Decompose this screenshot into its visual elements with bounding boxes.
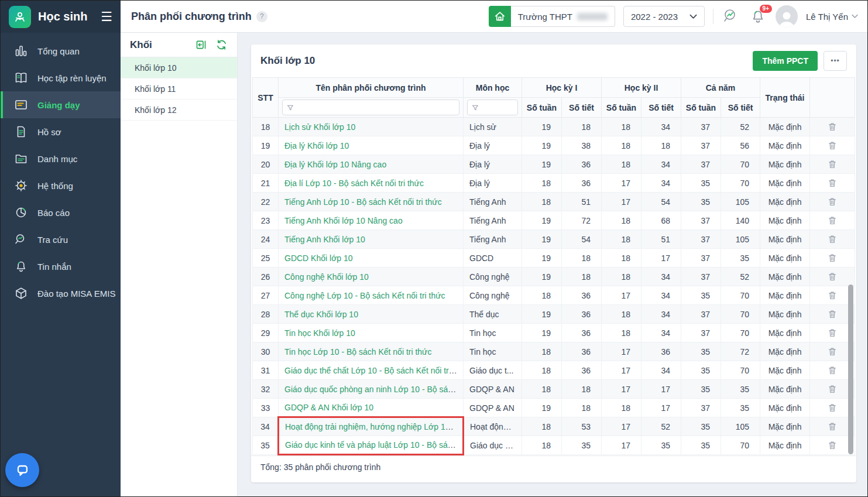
ppct-name-link[interactable]: Tiếng Anh Khối lớp 10 [284, 235, 365, 244]
sidebar-item[interactable]: Đào tạo MISA EMIS [1, 280, 121, 307]
table-row: 31 Giáo dục thể chất Lớp 10 - Bộ sách Kế… [253, 361, 855, 380]
row-year-periods: 105 [721, 230, 760, 249]
help-icon[interactable]: ? [256, 11, 267, 22]
ppct-name-link[interactable]: Thể dục Khối lớp 10 [284, 310, 358, 319]
trash-icon[interactable] [828, 215, 837, 225]
trash-icon[interactable] [828, 234, 837, 244]
ppct-name-link[interactable]: Hoạt động trải nghiệm, hướng nghiệp Lớp … [285, 422, 464, 431]
trash-icon[interactable] [828, 403, 837, 413]
row-sem2-weeks: 17 [602, 174, 641, 193]
row-status: Mặc định [760, 174, 810, 193]
school-selector[interactable]: Trường THPT [489, 6, 615, 27]
ppct-name-link[interactable]: GDQP & AN Khối lớp 10 [284, 403, 373, 412]
row-name-cell: Tiếng Anh Lớp 10 - Bộ sách Kết nối tri t… [279, 193, 464, 211]
ppct-name-link[interactable]: Giáo dục thể chất Lớp 10 - Bộ sách Kết n… [284, 366, 462, 375]
row-name-cell: Địa lí Lớp 10 - Bộ sách Kết nối tri thức [279, 174, 464, 193]
report-search-button[interactable] [722, 7, 740, 26]
khoi-list-item[interactable]: Khối lớp 11 [121, 78, 237, 100]
row-stt: 29 [253, 324, 279, 342]
row-sem1-weeks: 19 [522, 268, 562, 286]
ppct-name-link[interactable]: Công nghệ Khối lớp 10 [284, 272, 369, 282]
subcol-periods-2: Số tiết [641, 98, 681, 118]
trash-icon[interactable] [828, 421, 837, 431]
sidebar-item[interactable]: Tra cứu [1, 226, 121, 253]
row-year-periods: 52 [721, 118, 760, 136]
ppct-name-link[interactable]: Tin học Khối lớp 10 [284, 328, 355, 338]
row-sem1-periods: 18 [562, 249, 602, 268]
name-filter-input[interactable] [283, 100, 459, 115]
row-sem2-weeks: 18 [602, 305, 641, 324]
row-year-periods: 70 [721, 286, 760, 305]
row-name-cell: Tiếng Anh Khối lớp 10 [279, 230, 464, 249]
ppct-name-link[interactable]: Công nghệ Lớp 10 - Bộ sách Kết nối tri t… [284, 291, 445, 300]
table-row: 26 Công nghệ Khối lớp 10 Công nghệ 19 18… [253, 268, 855, 286]
trash-icon[interactable] [828, 140, 837, 150]
row-sem1-weeks: 18 [522, 193, 562, 211]
trash-icon[interactable] [828, 309, 837, 319]
khoi-list-item[interactable]: Khối lớp 12 [121, 100, 237, 121]
trash-icon[interactable] [828, 347, 837, 357]
notifications-button[interactable]: 9+ [749, 7, 767, 26]
row-subject: GDQP & AN [464, 380, 522, 399]
trash-icon[interactable] [828, 328, 837, 338]
row-sem2-periods: 34 [641, 155, 681, 174]
row-year-periods: 105 [721, 417, 760, 436]
ppct-name-link[interactable]: Địa lý Khối lớp 10 [284, 141, 349, 150]
chat-bubble-button[interactable] [5, 453, 39, 487]
avatar[interactable] [776, 5, 798, 28]
subcol-weeks-1: Số tuần [522, 98, 562, 118]
sidebar-item[interactable]: Tin nhắn [1, 253, 121, 280]
trash-icon[interactable] [828, 384, 837, 394]
ppct-name-link[interactable]: Tin học Lớp 10 - Bộ sách Kết nối tri thứ… [284, 347, 432, 357]
ppct-name-link[interactable]: Địa lý Khối lớp 10 Nâng cao [284, 160, 386, 169]
ppct-name-link[interactable]: Giáo dục quốc phòng an ninh Lớp 10 - Bộ … [284, 385, 464, 394]
ppct-name-link[interactable]: Lịch sử Khối lớp 10 [284, 122, 355, 132]
bell-icon [13, 259, 29, 274]
trash-icon[interactable] [828, 440, 837, 450]
sidebar-item[interactable]: Hệ thống [1, 172, 121, 199]
row-stt: 35 [253, 436, 279, 455]
row-sem1-periods: 36 [562, 155, 602, 174]
sidebar-item[interactable]: Tổng quan [1, 37, 121, 64]
row-sem2-weeks: 17 [602, 361, 641, 380]
trash-icon[interactable] [828, 253, 837, 263]
ppct-name-link[interactable]: Tiếng Anh Khối lớp 10 Nâng cao [284, 216, 403, 225]
row-sem2-weeks: 18 [602, 118, 641, 136]
ppct-name-link[interactable]: Địa lí Lớp 10 - Bộ sách Kết nối tri thức [284, 179, 424, 188]
row-sem2-weeks: 17 [602, 380, 641, 399]
row-sem2-periods: 17 [641, 380, 681, 399]
user-menu[interactable]: Lê Thị Yến [806, 12, 858, 22]
row-subject: Lịch sử [464, 118, 522, 136]
row-year-weeks: 35 [681, 361, 721, 380]
trash-icon[interactable] [828, 197, 837, 207]
collapse-panel-icon[interactable] [195, 39, 207, 51]
school-year-dropdown[interactable]: 2022 - 2023 [623, 6, 705, 27]
refresh-icon[interactable] [215, 39, 228, 51]
trash-icon[interactable] [828, 272, 837, 282]
hamburger-menu-icon[interactable]: ☰ [101, 11, 112, 23]
more-actions-button[interactable]: ••• [824, 51, 847, 71]
chevron-down-icon [852, 14, 858, 19]
trash-icon[interactable] [828, 365, 837, 375]
sidebar-item[interactable]: Danh mục [1, 145, 121, 172]
ppct-name-link[interactable]: Giáo dục kinh tế và pháp luật Lớp 10 - B… [285, 440, 464, 450]
trash-icon[interactable] [828, 290, 837, 300]
table-row: 25 GDCD Khối lớp 10 GDCD 19 18 18 17 37 … [253, 249, 855, 268]
sidebar-item[interactable]: Hồ sơ [1, 118, 121, 145]
trash-icon[interactable] [828, 122, 837, 132]
row-sem2-periods: 36 [641, 342, 681, 361]
ppct-name-link[interactable]: GDCD Khối lớp 10 [284, 253, 353, 263]
sidebar-item[interactable]: Báo cáo [1, 199, 121, 226]
vertical-scrollbar[interactable] [848, 285, 853, 454]
row-subject: Địa lý [464, 155, 522, 174]
row-year-weeks: 35 [681, 436, 721, 455]
sidebar-item[interactable]: Học tập rèn luyện [1, 64, 121, 91]
ppct-name-link[interactable]: Tiếng Anh Lớp 10 - Bộ sách Kết nối tri t… [284, 197, 442, 207]
row-sem2-weeks: 18 [602, 211, 641, 230]
sidebar-item[interactable]: Giảng dạy [1, 91, 121, 118]
add-ppct-button[interactable]: Thêm PPCT [753, 51, 818, 71]
row-status: Mặc định [760, 211, 810, 230]
khoi-list-item[interactable]: Khối lớp 10 [121, 57, 237, 78]
trash-icon[interactable] [828, 159, 837, 169]
trash-icon[interactable] [828, 178, 837, 188]
